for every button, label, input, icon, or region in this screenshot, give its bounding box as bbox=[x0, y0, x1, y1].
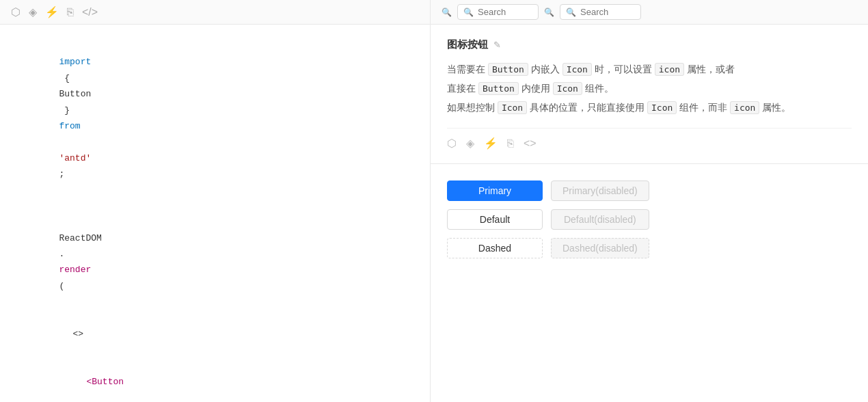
search-icon-2: 🔍 bbox=[463, 8, 474, 17]
right-section-toolbar: ⬡ ◈ ⚡ ⎘ <> bbox=[447, 128, 852, 150]
demo-button-grid: Primary Primary(disabled) Default Defaul… bbox=[447, 180, 649, 258]
keyword-import: import bbox=[59, 57, 91, 67]
btn-primary[interactable]: Primary bbox=[447, 180, 543, 201]
code-line-blank bbox=[16, 198, 413, 214]
btn-primary-disabled: Primary(disabled) bbox=[551, 180, 649, 201]
inline-code-button-2: Button bbox=[478, 82, 519, 95]
code-line-1: import { Button } from 'antd' ; bbox=[16, 38, 413, 198]
section-title: 图标按钮 bbox=[447, 38, 488, 51]
search-box-2[interactable]: 🔍 bbox=[560, 4, 641, 20]
bolt-icon-right[interactable]: ⚡ bbox=[484, 137, 498, 150]
cube-icon[interactable]: ⬡ bbox=[11, 5, 21, 18]
section-title-row: 图标按钮 ✎ bbox=[447, 38, 852, 51]
bolt-icon[interactable]: ⚡ bbox=[45, 5, 59, 18]
copy-icon-right[interactable]: ⎘ bbox=[507, 137, 514, 150]
icon-button-section: 图标按钮 ✎ 当需要在 Button 内嵌入 Icon 时，可以设置 icon … bbox=[431, 25, 868, 164]
right-panel: 🔍 🔍 🔍 🔍 图标按钮 ✎ 当需要在 Button 内嵌入 Icon bbox=[431, 0, 868, 402]
codepen-icon[interactable]: ◈ bbox=[29, 5, 37, 18]
left-panel: ⬡ ◈ ⚡ ⎘ </> import { Button } from 'antd… bbox=[0, 0, 431, 402]
inline-code-icon-2: Icon bbox=[553, 82, 582, 95]
search-icon-1: 🔍 bbox=[442, 8, 452, 17]
btn-dashed[interactable]: Dashed bbox=[447, 238, 543, 258]
code-block: import { Button } from 'antd' ; ReactDOM… bbox=[0, 25, 430, 402]
btn-default[interactable]: Default bbox=[447, 209, 543, 230]
search-box-1[interactable]: 🔍 bbox=[457, 4, 539, 20]
inline-code-icon-1: Icon bbox=[562, 63, 592, 76]
code-icon[interactable]: </> bbox=[82, 6, 98, 18]
copy-icon[interactable]: ⎘ bbox=[67, 6, 74, 18]
inline-code-icon-3: Icon bbox=[498, 101, 527, 114]
code-line-4: <> bbox=[16, 310, 413, 358]
edit-icon[interactable]: ✎ bbox=[493, 40, 501, 50]
btn-default-disabled: Default(disabled) bbox=[551, 209, 649, 230]
cube-icon-right[interactable]: ⬡ bbox=[447, 137, 457, 150]
search-row: 🔍 🔍 🔍 🔍 bbox=[431, 0, 868, 25]
codepen-icon-right[interactable]: ◈ bbox=[466, 137, 474, 150]
search-icon-3: 🔍 bbox=[544, 8, 554, 17]
demo-section: Primary Primary(disabled) Default Defaul… bbox=[431, 164, 868, 275]
inline-code-icon-attr: icon bbox=[655, 63, 684, 76]
btn-dashed-disabled: Dashed(disabled) bbox=[551, 238, 649, 258]
search-input-1[interactable] bbox=[478, 7, 532, 17]
code-line-3: ReactDOM . render ( bbox=[16, 214, 413, 310]
code-icon-right[interactable]: <> bbox=[524, 137, 537, 150]
inline-code-icon-4: Icon bbox=[647, 101, 677, 114]
code-line-5: <Button type= "primary" > Primary Button… bbox=[16, 358, 413, 402]
search-icon-4: 🔍 bbox=[566, 8, 576, 17]
section-desc: 当需要在 Button 内嵌入 Icon 时，可以设置 icon 属性，或者 直… bbox=[447, 59, 852, 117]
inline-code-icon-attr-2: icon bbox=[730, 101, 759, 114]
inline-code-button-1: Button bbox=[488, 63, 528, 76]
search-input-2[interactable] bbox=[580, 7, 635, 17]
left-toolbar: ⬡ ◈ ⚡ ⎘ </> bbox=[0, 0, 430, 25]
